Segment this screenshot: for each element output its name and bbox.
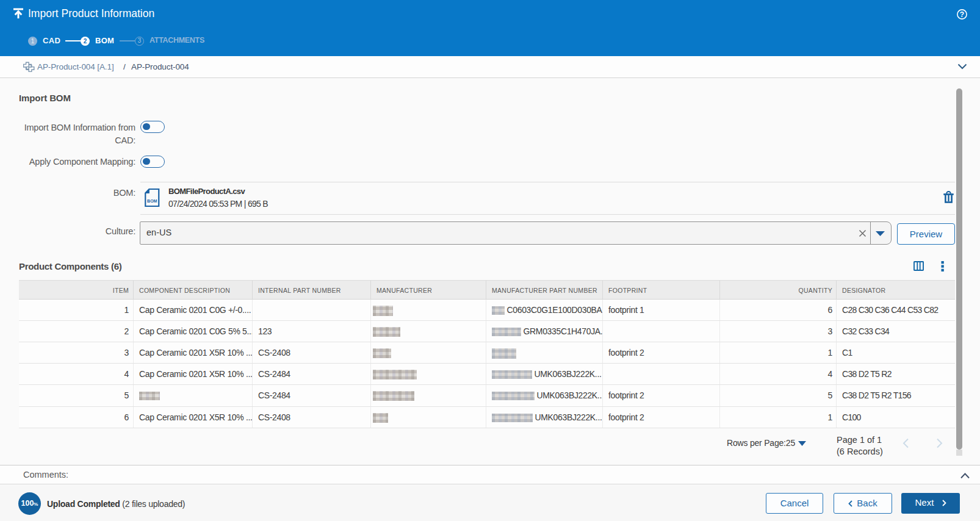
svg-text:?: ?	[960, 10, 964, 19]
svg-text:BOM: BOM	[147, 199, 157, 203]
